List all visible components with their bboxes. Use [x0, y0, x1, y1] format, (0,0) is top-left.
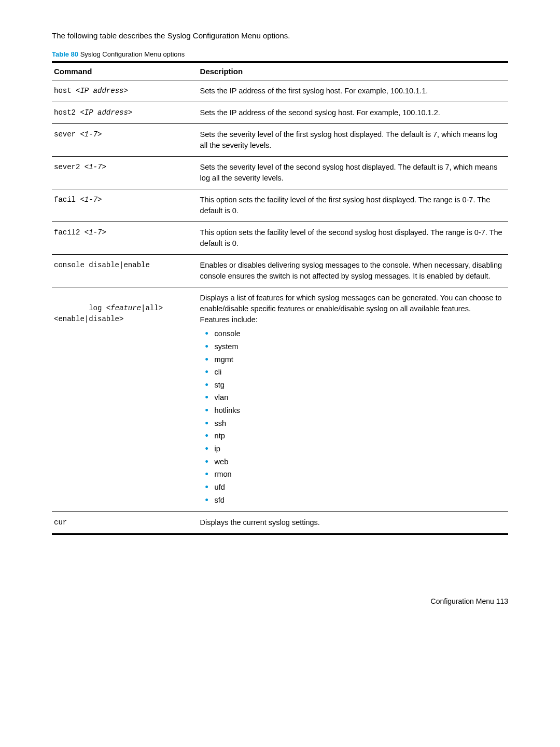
cmd-log-l2: <enable|disable>	[54, 315, 123, 323]
list-item: ufd	[200, 481, 506, 494]
cmd-log-l1-arg: <feature	[106, 304, 141, 312]
list-item: ntp	[200, 430, 506, 442]
table-row: facil2 <1-7> This option sets the facili…	[52, 222, 508, 255]
list-item: vlan	[200, 391, 506, 404]
table-row: host2 <IP address> Sets the IP address o…	[52, 102, 508, 124]
cmd-base: sever2	[54, 163, 85, 171]
list-item: rmon	[200, 468, 506, 481]
cmd-arg: <1-7>	[85, 163, 106, 171]
cmd-desc: Sets the severity level of the first sys…	[198, 124, 508, 157]
table-row: console disable|enable Enables or disabl…	[52, 255, 508, 287]
table-row: sever2 <1-7> Sets the severity level of …	[52, 157, 508, 189]
cmd-base: console disable|enable	[54, 261, 150, 269]
cmd-base: sever	[54, 130, 80, 139]
log-features-label: Features include:	[200, 315, 258, 324]
table-row: host <IP address> Sets the IP address of…	[52, 80, 508, 102]
cmd-base: facil2	[54, 228, 85, 237]
list-item: ssh	[200, 417, 506, 430]
list-item: web	[200, 455, 506, 468]
cmd-desc: Sets the severity level of the second sy…	[198, 157, 508, 189]
page-footer: Configuration Menu 113	[52, 597, 508, 605]
cmd-arg: <IP address>	[80, 108, 132, 117]
col-header-command: Command	[52, 62, 198, 80]
table-row: log <feature|all><enable|disable> Displa…	[52, 287, 508, 512]
feature-list: console system mgmt cli stg vlan hotlink…	[200, 327, 506, 506]
cmd-arg: <1-7>	[80, 130, 102, 139]
cmd-desc: Sets the IP address of the second syslog…	[198, 102, 508, 124]
list-item: hotlinks	[200, 404, 506, 417]
cmd-base: host	[54, 87, 76, 95]
syslog-options-table: Command Description host <IP address> Se…	[52, 61, 508, 535]
table-label: Table 80	[52, 50, 78, 58]
cmd-desc: Displays a list of features for which sy…	[198, 287, 508, 512]
intro-text: The following table describes the Syslog…	[52, 31, 508, 40]
cmd-arg: <IP address>	[76, 87, 128, 95]
cmd-desc: Enables or disables delivering syslog me…	[198, 255, 508, 287]
cmd-desc: Displays the current syslog settings.	[198, 512, 508, 534]
cmd-arg: <1-7>	[80, 196, 102, 204]
list-item: ip	[200, 442, 506, 455]
list-item: system	[200, 340, 506, 353]
table-caption-desc: Syslog Configuration Menu options	[80, 50, 185, 58]
cmd-desc: Sets the IP address of the first syslog …	[198, 80, 508, 102]
cmd-log-l1-base: log	[89, 304, 106, 312]
list-item: stg	[200, 379, 506, 392]
log-desc-main: Displays a list of features for which sy…	[200, 294, 502, 313]
list-item: cli	[200, 366, 506, 379]
cmd-base: host2	[54, 108, 80, 117]
cmd-arg: <1-7>	[85, 228, 106, 237]
list-item: mgmt	[200, 353, 506, 366]
table-caption: Table 80 Syslog Configuration Menu optio…	[52, 50, 508, 58]
col-header-description: Description	[198, 62, 508, 80]
list-item: sfd	[200, 494, 506, 507]
table-row: facil <1-7> This option sets the facilit…	[52, 189, 508, 222]
cmd-desc: This option sets the facility level of t…	[198, 222, 508, 255]
list-item: console	[200, 327, 506, 340]
table-row: cur Displays the current syslog settings…	[52, 512, 508, 534]
cmd-base: facil	[54, 196, 80, 204]
cmd-base: cur	[54, 518, 67, 527]
table-row: sever <1-7> Sets the severity level of t…	[52, 124, 508, 157]
cmd-desc: This option sets the facility level of t…	[198, 189, 508, 222]
cmd-log-l1-tail: |all>	[141, 304, 163, 312]
